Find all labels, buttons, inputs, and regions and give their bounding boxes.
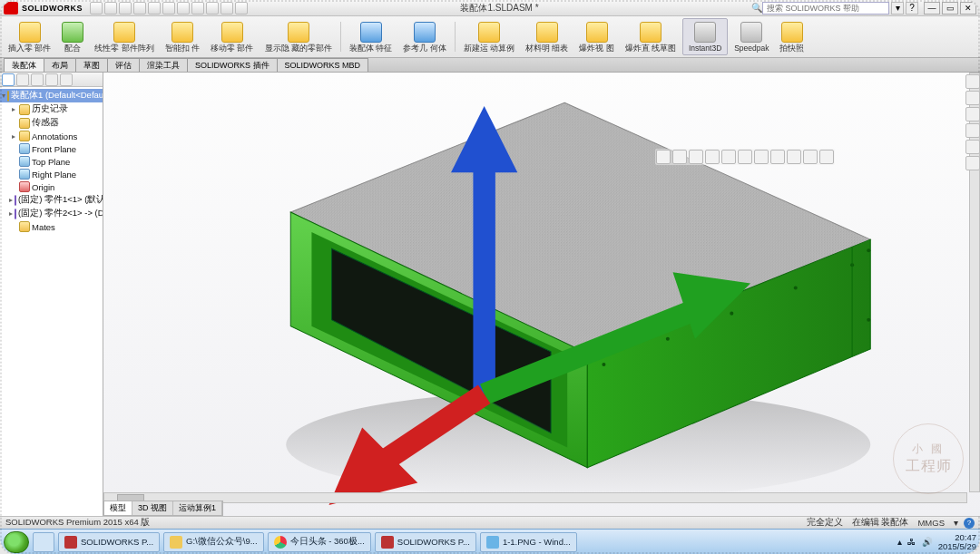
- task-view-palette-icon[interactable]: [965, 123, 980, 138]
- ribbon-instant3d[interactable]: Instant3D: [682, 18, 728, 55]
- qat-save-icon[interactable]: [119, 2, 132, 15]
- ribbon-move-component[interactable]: 移动零 部件: [206, 18, 258, 55]
- tree-mates[interactable]: Mates: [0, 220, 103, 233]
- search-dropdown-icon[interactable]: ▾: [891, 2, 904, 15]
- qat-more2-icon[interactable]: [220, 2, 233, 15]
- help-icon[interactable]: ?: [906, 2, 918, 15]
- tree-part1[interactable]: ▸(固定) 零件1<1> (默认<<5...: [0, 193, 103, 207]
- tree-history[interactable]: ▸历史记录: [0, 102, 103, 116]
- insert-component-icon: [19, 22, 41, 43]
- tab-sketch[interactable]: 草图: [75, 58, 108, 72]
- tab-assembly[interactable]: 装配体: [4, 58, 44, 72]
- qat-undo-icon[interactable]: [148, 2, 161, 15]
- taskbar-item-browser[interactable]: 今日头条 - 360极...: [268, 532, 371, 552]
- horizontal-scrollbar[interactable]: [103, 492, 967, 503]
- status-app-version: SOLIDWORKS Premium 2015 x64 版: [5, 517, 150, 529]
- qat-new-icon[interactable]: [90, 2, 103, 15]
- tree-part2[interactable]: ▸(固定) 零件2<1> -> (Defa...: [0, 207, 103, 220]
- feature-tree: ▾装配体1 (Default<Default_D... ▸历史记录 传感器 ▸A…: [0, 87, 103, 516]
- ribbon-reference-geometry[interactable]: 参考几 何体: [398, 18, 450, 55]
- plane-icon: [19, 169, 30, 180]
- qat-options-icon[interactable]: [177, 2, 190, 15]
- model-tab-model[interactable]: 模型: [104, 501, 132, 515]
- qat-redo-icon[interactable]: [162, 2, 175, 15]
- fm-tab-config-icon[interactable]: [31, 73, 44, 86]
- ribbon-exploded-view[interactable]: 爆炸视 图: [574, 18, 618, 55]
- qat-rebuild-icon[interactable]: [191, 2, 204, 15]
- tray-network-icon[interactable]: 🖧: [907, 537, 916, 547]
- document-title: 装配体1.SLDASM *: [248, 2, 751, 15]
- task-resources-icon[interactable]: [965, 74, 980, 89]
- tree-root-assembly[interactable]: ▾装配体1 (Default<Default_D...: [0, 89, 103, 102]
- ribbon-linear-pattern[interactable]: 线性零 部件阵列: [90, 18, 158, 55]
- ribbon-smart-fasteners[interactable]: 智能扣 件: [161, 18, 204, 55]
- model-tab-motion[interactable]: 运动算例1: [173, 501, 222, 515]
- task-appearances-icon[interactable]: [965, 140, 980, 154]
- tree-front-plane[interactable]: Front Plane: [0, 142, 103, 155]
- paint-icon: [486, 536, 499, 549]
- fm-tab-display-icon[interactable]: [45, 73, 58, 86]
- ribbon-mate[interactable]: 配合: [57, 18, 88, 55]
- qat-print-icon[interactable]: [133, 2, 146, 15]
- task-pane-strip: [965, 74, 980, 170]
- status-help-icon[interactable]: ?: [964, 518, 975, 529]
- title-bar: SOLIDWORKS 装配体1.SLDASM * 🔍 ▾ ? — ▭ ✕: [0, 0, 980, 16]
- smart-fasteners-icon: [172, 22, 193, 43]
- tree-top-plane[interactable]: Top Plane: [0, 155, 103, 168]
- start-button[interactable]: [4, 531, 29, 553]
- tree-origin[interactable]: Origin: [0, 180, 103, 193]
- taskbar-pinned-icon[interactable]: [33, 532, 54, 552]
- ribbon-show-hidden[interactable]: 显示隐 藏的零部件: [260, 18, 337, 55]
- help-search-input[interactable]: [762, 2, 889, 15]
- ribbon-explode-line-sketch[interactable]: 爆炸直 线草图: [621, 18, 681, 55]
- ribbon-new-motion-study[interactable]: 新建运 动算例: [459, 18, 519, 55]
- tree-annotations[interactable]: ▸Annotations: [0, 130, 103, 142]
- taskbar-item-sw2[interactable]: SOLIDWORKS P...: [375, 532, 476, 552]
- tray-volume-icon[interactable]: 🔊: [922, 537, 933, 547]
- taskbar-clock[interactable]: 20:47 2015/5/29: [938, 533, 976, 551]
- minimize-button[interactable]: —: [924, 2, 940, 15]
- speedpak-icon: [740, 22, 762, 43]
- tab-evaluate[interactable]: 评估: [107, 58, 140, 72]
- ribbon-insert-component[interactable]: 插入零 部件: [4, 18, 55, 55]
- tray-overflow-icon[interactable]: ▴: [897, 537, 902, 547]
- svg-line-21: [485, 306, 707, 394]
- task-custom-props-icon[interactable]: [965, 156, 980, 170]
- ribbon-assembly-features[interactable]: 装配体 特征: [345, 18, 397, 55]
- reference-geometry-icon: [414, 22, 436, 43]
- status-units[interactable]: MMGS: [917, 518, 945, 528]
- model-tab-3dview[interactable]: 3D 视图: [132, 501, 173, 515]
- app-status-bar: SOLIDWORKS Premium 2015 x64 版 完全定义 在编辑 装…: [0, 516, 980, 529]
- snapshot-icon: [781, 22, 803, 43]
- status-dropdown-icon[interactable]: ▾: [954, 518, 958, 528]
- taskbar-item-folder[interactable]: G:\微信公众号\9...: [163, 532, 264, 552]
- qat-more-icon[interactable]: [206, 2, 219, 15]
- qat-open-icon[interactable]: [104, 2, 117, 15]
- restore-button[interactable]: ▭: [942, 2, 958, 15]
- ribbon-speedpak[interactable]: Speedpak: [730, 18, 773, 55]
- tab-sw-addins[interactable]: SOLIDWORKS 插件: [187, 58, 278, 72]
- fm-tab-tree-icon[interactable]: [2, 73, 15, 86]
- tab-layout[interactable]: 布局: [44, 58, 76, 72]
- fm-tab-filter-icon[interactable]: [60, 73, 73, 86]
- tab-sw-mbd[interactable]: SOLIDWORKS MBD: [277, 58, 369, 72]
- close-button[interactable]: ✕: [960, 2, 976, 15]
- tree-sensors[interactable]: 传感器: [0, 116, 103, 130]
- plane-icon: [19, 156, 30, 167]
- task-file-explorer-icon[interactable]: [965, 107, 980, 121]
- ribbon-bom[interactable]: 材料明 细表: [521, 18, 573, 55]
- brand-bold: WORKS: [49, 4, 83, 13]
- taskbar-item-paint[interactable]: 1-1.PNG - Wind...: [480, 532, 577, 552]
- taskbar-item-sw1[interactable]: SOLIDWORKS P...: [58, 532, 160, 552]
- triad-icon[interactable]: [113, 73, 980, 505]
- status-definition: 完全定义: [807, 517, 843, 529]
- clock-time: 20:47: [938, 533, 976, 542]
- graphics-viewport[interactable]: *等轴测 模型 3D 视图 运动算例1: [103, 73, 980, 516]
- window-controls: — ▭ ✕: [924, 2, 976, 15]
- qat-more3-icon[interactable]: [235, 2, 248, 15]
- fm-tab-property-icon[interactable]: [16, 73, 29, 86]
- tree-right-plane[interactable]: Right Plane: [0, 168, 103, 180]
- tab-render-tools[interactable]: 渲染工具: [139, 58, 188, 72]
- task-design-library-icon[interactable]: [965, 91, 980, 105]
- ribbon-snapshot[interactable]: 拍快照: [775, 18, 808, 55]
